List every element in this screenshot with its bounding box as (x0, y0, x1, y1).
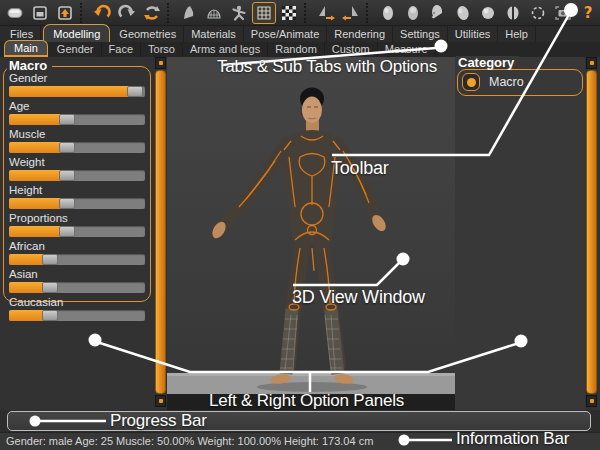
right-panel-scrollbar[interactable] (586, 57, 597, 407)
category-option-macro[interactable]: Macro (458, 70, 582, 91)
scroll-down-button[interactable] (586, 395, 597, 407)
scrollbar-thumb[interactable] (155, 70, 166, 394)
floor-plane (167, 373, 455, 410)
toolbar-separator (304, 3, 311, 23)
new-document-icon[interactable] (3, 2, 27, 24)
3d-view-window[interactable] (167, 57, 455, 410)
svg-text:?: ? (584, 4, 593, 22)
slider-label: African (9, 240, 145, 253)
scroll-up-button[interactable] (155, 57, 166, 69)
radio-button-icon[interactable] (462, 73, 480, 91)
tab-rendering[interactable]: Rendering (327, 26, 393, 42)
slider-track[interactable] (9, 114, 145, 125)
subtab-face[interactable]: Face (102, 42, 141, 57)
save-icon[interactable] (28, 2, 52, 24)
subtab-custom[interactable]: Custom (325, 42, 378, 57)
slider-handle[interactable] (59, 198, 75, 209)
grid-icon[interactable] (252, 2, 276, 24)
tab-help[interactable]: Help (498, 26, 536, 42)
category-group-box: Macro (457, 69, 583, 96)
main-tab-bar: Files Modelling Geometries Materials Pos… (0, 26, 600, 42)
slider-weight: Weight (9, 156, 145, 181)
slider-asian: Asian (9, 268, 145, 293)
reset-icon[interactable] (140, 2, 164, 24)
subtab-random[interactable]: Random (268, 42, 325, 57)
screenshot-icon[interactable] (551, 2, 575, 24)
tab-utilities[interactable]: Utilities (448, 26, 498, 42)
wireframe-icon[interactable] (202, 2, 226, 24)
slider-african: African (9, 240, 145, 265)
slider-gender: Gender (9, 72, 145, 97)
slider-handle[interactable] (59, 142, 75, 153)
slider-track[interactable] (9, 198, 145, 209)
slider-handle[interactable] (42, 254, 58, 265)
slider-track[interactable] (9, 86, 145, 97)
slider-track[interactable] (9, 226, 145, 237)
slider-label: Gender (9, 72, 145, 85)
slider-track[interactable] (9, 310, 145, 321)
slider-handle[interactable] (59, 170, 75, 181)
view-orbit-icon[interactable] (526, 2, 550, 24)
symmetry-right-icon[interactable] (314, 2, 338, 24)
slider-handle[interactable] (59, 114, 75, 125)
view-top-icon[interactable] (476, 2, 500, 24)
slider-label: Height (9, 184, 145, 197)
slider-caucasian: Caucasian (9, 296, 145, 321)
slider-track[interactable] (9, 282, 145, 293)
scroll-down-button[interactable] (155, 395, 166, 407)
slider-label: Proportions (9, 212, 145, 225)
slider-track[interactable] (9, 254, 145, 265)
redo-icon[interactable] (115, 2, 139, 24)
tab-materials[interactable]: Materials (184, 26, 244, 42)
slider-label: Asian (9, 268, 145, 281)
tab-geometries[interactable]: Geometries (112, 26, 184, 42)
symmetry-left-icon[interactable] (339, 2, 363, 24)
scroll-up-button[interactable] (586, 57, 597, 69)
slider-handle[interactable] (59, 226, 75, 237)
subtab-arms-and-legs[interactable]: Arms and legs (183, 42, 268, 57)
slider-handle[interactable] (42, 282, 58, 293)
slider-track[interactable] (9, 170, 145, 181)
scrollbar-thumb[interactable] (586, 70, 597, 394)
slider-label: Caucasian (9, 296, 145, 309)
right-option-panel: Category Macro (455, 57, 585, 410)
left-option-panel: Macro Gender Age Muscle Weight (2, 57, 154, 410)
slider-height: Height (9, 184, 145, 209)
toolbar-separator (167, 3, 174, 23)
slider-track[interactable] (9, 142, 145, 153)
view-split-icon[interactable] (501, 2, 525, 24)
left-panel-scrollbar[interactable] (155, 57, 166, 407)
view-three-quarter-icon[interactable] (451, 2, 475, 24)
view-front-icon[interactable] (376, 2, 400, 24)
radio-selected-dot (467, 78, 476, 87)
smooth-icon[interactable] (177, 2, 201, 24)
slider-handle[interactable] (42, 310, 58, 321)
slider-handle[interactable] (127, 86, 143, 97)
slider-fill (9, 86, 135, 97)
subtab-main[interactable]: Main (4, 40, 48, 57)
tab-modelling[interactable]: Modelling (43, 24, 110, 42)
background-icon[interactable] (277, 2, 301, 24)
export-icon[interactable] (53, 2, 77, 24)
tab-settings[interactable]: Settings (393, 26, 448, 42)
undo-icon[interactable] (90, 2, 114, 24)
view-back-icon[interactable] (401, 2, 425, 24)
status-text: Gender: male Age: 25 Muscle: 50.00% Weig… (6, 435, 373, 447)
view-side-icon[interactable] (426, 2, 450, 24)
toolbar: ? (0, 0, 600, 26)
3d-scene[interactable] (167, 57, 455, 410)
slider-label: Muscle (9, 128, 145, 141)
subtab-gender[interactable]: Gender (50, 42, 102, 57)
slider-label: Weight (9, 156, 145, 169)
pose-icon[interactable] (227, 2, 251, 24)
progress-bar (7, 411, 591, 431)
tab-pose-animate[interactable]: Pose/Animate (244, 26, 327, 42)
information-bar: Gender: male Age: 25 Muscle: 50.00% Weig… (0, 432, 600, 450)
subtab-measure[interactable]: Measure (378, 42, 436, 57)
radio-label: Macro (489, 75, 524, 89)
slider-muscle: Muscle (9, 128, 145, 153)
slider-age: Age (9, 100, 145, 125)
slider-label: Age (9, 100, 145, 113)
help-icon[interactable]: ? (576, 2, 600, 24)
subtab-torso[interactable]: Torso (141, 42, 183, 57)
